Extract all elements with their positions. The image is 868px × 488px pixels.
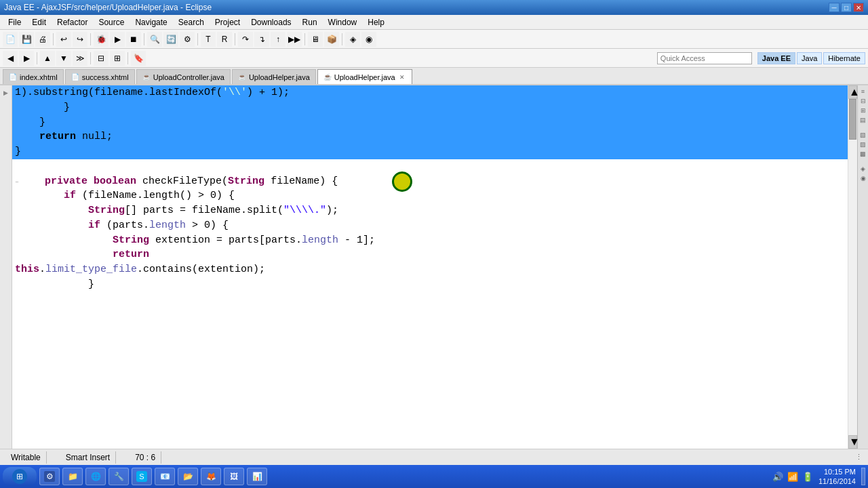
tab-upload-helper-active[interactable]: ☕ UploadHelper.java ✕ [317, 69, 412, 84]
menu-refactor[interactable]: Refactor [52, 16, 93, 28]
menu-source[interactable]: Source [93, 16, 130, 28]
firefox-icon: 🦊 [205, 471, 216, 482]
menu-downloads[interactable]: Downloads [245, 16, 296, 28]
right-icon-3[interactable]: ⊞ [861, 107, 866, 114]
taskbar-app10[interactable]: 📊 [247, 468, 267, 485]
scroll-thumb[interactable] [849, 99, 856, 140]
perspective-java[interactable]: Java [797, 52, 822, 64]
menu-window[interactable]: Window [323, 16, 363, 28]
right-icon-9[interactable]: ◉ [861, 175, 866, 182]
eclipse-icon: ⚙ [44, 471, 55, 482]
status-extra: ⋮ [855, 453, 863, 462]
start-button[interactable]: ⊞ [3, 467, 37, 486]
open-type-btn[interactable]: T [201, 32, 216, 47]
code-line-if1: if (fileName.length() > 0) { [12, 188, 848, 203]
back-btn[interactable]: ◀ [3, 51, 18, 66]
vertical-scrollbar[interactable]: ▲ ▼ [848, 85, 857, 449]
new-btn[interactable]: 📄 [3, 32, 18, 47]
taskbar-firefox[interactable]: 🦊 [201, 468, 221, 485]
menu-run[interactable]: Run [297, 16, 323, 28]
step-over-btn[interactable]: ↷ [238, 32, 253, 47]
print-btn[interactable]: 🖨 [35, 32, 50, 47]
taskbar-files[interactable]: 📂 [178, 468, 198, 485]
files-icon: 📂 [182, 471, 193, 482]
tab-close-btn[interactable]: ✕ [398, 74, 406, 81]
sep7 [342, 33, 342, 45]
perspective-hibernate[interactable]: Hibernate [823, 52, 865, 64]
menu-project[interactable]: Project [210, 16, 245, 28]
stop-btn[interactable]: ⏹ [126, 32, 141, 47]
extra-btn2[interactable]: ◉ [361, 32, 376, 47]
refresh-btn[interactable]: 🔄 [163, 32, 178, 47]
scroll-down-btn[interactable]: ▼ [848, 435, 857, 449]
tab-success-xhtml[interactable]: 📄 success.xhtml [65, 69, 135, 84]
quick-access-input[interactable] [657, 52, 752, 64]
right-icon-6[interactable]: ▨ [860, 141, 866, 148]
collapse-btn[interactable]: ⊟ [94, 51, 108, 66]
right-icon-4[interactable]: ▤ [860, 117, 866, 123]
tab-index-xhtml[interactable]: 📄 index.xhtml [3, 69, 64, 84]
scroll-up-btn[interactable]: ▲ [848, 85, 857, 99]
title-bar: Java EE - AjaxJSF/src/helper/UploadHelpe… [0, 0, 868, 15]
right-icon-7[interactable]: ▩ [860, 150, 866, 157]
show-desktop-btn[interactable] [861, 468, 865, 485]
quick-access-box [657, 52, 752, 64]
taskbar-skype[interactable]: S [132, 468, 152, 485]
save-btn[interactable]: 💾 [19, 32, 34, 47]
up-btn[interactable]: ▲ [40, 51, 55, 66]
undo-btn[interactable]: ↩ [56, 32, 71, 47]
app6-icon: 📧 [159, 471, 170, 482]
tab-icon-helper1: ☕ [238, 73, 246, 81]
right-icon-8[interactable]: ◈ [861, 165, 865, 172]
menu-search[interactable]: Search [173, 16, 210, 28]
fold-icon[interactable]: – [15, 178, 20, 188]
resume-btn[interactable]: ▶▶ [287, 32, 302, 47]
perspective-java-ee[interactable]: Java EE [757, 52, 795, 64]
perspective-buttons: Java EE Java Hibernate [757, 52, 865, 64]
tab-icon-helper-active: ☕ [323, 73, 332, 81]
right-icon-1[interactable]: ≡ [861, 88, 865, 95]
menu-edit[interactable]: Edit [26, 16, 52, 28]
search-btn[interactable]: 🔍 [147, 32, 162, 47]
down-btn[interactable]: ▼ [56, 51, 71, 66]
taskbar-explorer[interactable]: 📁 [62, 468, 83, 485]
code-editor[interactable]: 1).substring(filename.lastIndexOf('\\') … [12, 85, 848, 449]
extra-btn1[interactable]: ◈ [345, 32, 360, 47]
minimize-button[interactable]: ─ [829, 3, 840, 12]
bookmark-btn[interactable]: 🔖 [131, 51, 146, 66]
deploy-btn[interactable]: 📦 [324, 32, 339, 47]
redo-btn[interactable]: ↪ [73, 32, 87, 47]
step-into-btn[interactable]: ↴ [254, 32, 269, 47]
forward-btn[interactable]: ▶ [19, 51, 34, 66]
code-line-string-parts: String[] parts = fileName.split("\\\\.")… [12, 203, 848, 218]
step-return-btn[interactable]: ↑ [271, 32, 285, 47]
server-btn[interactable]: 🖥 [308, 32, 323, 47]
debug-btn[interactable]: 🐞 [94, 32, 108, 47]
taskbar-chrome[interactable]: 🌐 [85, 468, 106, 485]
run-btn[interactable]: ▶ [110, 32, 125, 47]
tab-upload-helper-1[interactable]: ☕ UploadHelper.java [232, 69, 316, 84]
tab-icon-index: 📄 [9, 73, 17, 81]
open-resource-btn[interactable]: R [217, 32, 232, 47]
taskbar: ⊞ ⚙ 📁 🌐 🔧 S 📧 📂 🦊 🖼 📊 🔊 📶 🔋 10:15 [0, 465, 868, 488]
next-annotation-btn[interactable]: ≫ [73, 51, 87, 66]
code-scroll[interactable]: 1).substring(filename.lastIndexOf('\\') … [12, 85, 848, 449]
taskbar-app6[interactable]: 📧 [155, 468, 175, 485]
expand-btn[interactable]: ⊞ [110, 51, 125, 66]
tab-label-controller: UploadController.java [153, 73, 224, 81]
close-button[interactable]: ✕ [853, 3, 864, 12]
menu-navigate[interactable]: Navigate [130, 16, 172, 28]
taskbar-eclipse[interactable]: ⚙ [39, 468, 60, 485]
right-icon-5[interactable]: ▧ [860, 131, 866, 138]
menu-file[interactable]: File [3, 16, 26, 28]
taskbar-app4[interactable]: 🔧 [108, 468, 129, 485]
sep4 [197, 33, 198, 45]
clock-date: 11/16/2014 [818, 476, 856, 486]
taskbar-right: 🔊 📶 🔋 10:15 PM 11/16/2014 [772, 467, 865, 487]
tab-upload-controller[interactable]: ☕ UploadController.java [136, 69, 231, 84]
taskbar-app9[interactable]: 🖼 [224, 468, 244, 485]
settings-btn[interactable]: ⚙ [180, 32, 195, 47]
menu-help[interactable]: Help [362, 16, 390, 28]
right-icon-2[interactable]: ⊟ [861, 98, 866, 104]
maximize-button[interactable]: □ [841, 3, 852, 12]
